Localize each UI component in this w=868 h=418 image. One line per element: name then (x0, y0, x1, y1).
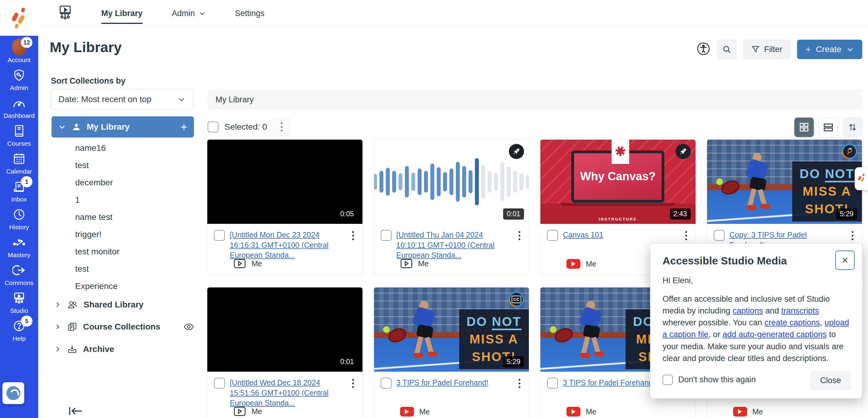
chevron-down-icon (177, 95, 186, 104)
media-menu-button[interactable] (517, 378, 522, 389)
sidebar-item-dashboard[interactable]: Dashboard (0, 94, 38, 122)
kebab-icon (281, 122, 282, 131)
search-button[interactable] (717, 40, 737, 59)
captions-link[interactable]: captions (733, 306, 763, 315)
media-title-link[interactable]: 3 TIPS for Padel Forehand! (396, 378, 489, 388)
eye-icon[interactable] (184, 323, 194, 331)
media-card: DO NOT MISS A SHOT! CC 5:29 3 TIPS for P… (374, 287, 529, 418)
chevron-right-icon[interactable] (54, 346, 61, 353)
media-checkbox[interactable] (547, 230, 558, 241)
modal-text: , (820, 318, 824, 327)
media-title-link[interactable]: Canvas 101 (563, 230, 603, 240)
video-thumbnail-black[interactable]: 0:05 (207, 140, 363, 224)
video-thumbnail-padel[interactable]: DO NOT MISS A SHOT! 5:29 (707, 140, 862, 224)
tree-item[interactable]: test (75, 260, 119, 278)
media-title-link[interactable]: [Untitled Thu Jan 04 2024 10:10:11 GMT+0… (396, 230, 502, 260)
sidebar-item-commons[interactable]: Commons (0, 261, 38, 289)
youtube-icon (566, 259, 580, 269)
studio-edge-tab[interactable] (855, 167, 868, 190)
chevron-right-icon[interactable] (54, 301, 61, 308)
sidebar-item-studio[interactable]: Studio (0, 289, 38, 317)
media-title-link[interactable]: [Untitled Wed Dec 18 2024 15:51:56 GMT+0… (230, 378, 336, 408)
create-button[interactable]: + Create (797, 40, 862, 59)
add-collection-button[interactable]: + (181, 121, 187, 133)
media-checkbox[interactable] (214, 378, 225, 389)
support-widget[interactable] (2, 382, 24, 404)
header-actions: Filter + Create (696, 40, 862, 59)
tree-item[interactable]: test monitor (75, 243, 119, 260)
sidebar-item-account[interactable]: 12 Account (0, 38, 38, 66)
media-checkbox[interactable] (381, 378, 392, 389)
filter-icon (751, 45, 760, 54)
media-checkbox[interactable] (214, 230, 225, 241)
kebab-icon (519, 231, 520, 240)
media-footer: Me (234, 406, 262, 417)
filter-button[interactable]: Filter (743, 40, 790, 59)
tree-group-archive[interactable]: Archive (54, 341, 194, 358)
dont-show-again-checkbox[interactable] (662, 375, 673, 385)
sidebar-item-inbox[interactable]: 1 Inbox (0, 178, 38, 205)
bulk-actions-menu-button[interactable] (273, 118, 290, 136)
media-footer: Me (566, 407, 596, 417)
tree-item[interactable]: trigger! (75, 226, 119, 243)
tree-item[interactable]: december (75, 174, 119, 191)
media-title-link[interactable]: 3 TIPS for Padel Forehand! (563, 378, 655, 388)
list-view-button[interactable] (818, 118, 838, 137)
sort-order-button[interactable] (843, 118, 862, 137)
tree-item[interactable]: test (75, 157, 119, 174)
close-icon (841, 256, 849, 264)
tab-admin[interactable]: Admin (172, 0, 206, 27)
user-icon (71, 122, 81, 132)
chevron-down-icon[interactable] (58, 123, 66, 131)
accessibility-icon[interactable] (696, 42, 710, 57)
grid-view-icon (799, 122, 809, 132)
media-menu-button[interactable] (683, 230, 689, 242)
media-checkbox[interactable] (547, 378, 558, 389)
tree-item[interactable]: name16 (75, 139, 119, 157)
media-menu-button[interactable] (350, 378, 356, 389)
sidebar-item-courses[interactable]: Courses (0, 122, 38, 150)
media-checkbox[interactable] (381, 230, 392, 241)
tree-item[interactable]: 1 (75, 191, 119, 208)
sidebar-item-history[interactable]: History (0, 205, 38, 233)
tree-group-label: Archive (83, 344, 114, 354)
chevron-right-icon[interactable] (54, 323, 61, 330)
sidebar-item-calendar[interactable]: Calendar (0, 150, 38, 178)
audio-thumbnail-waveform[interactable]: 0:01 (374, 140, 529, 224)
media-menu-button[interactable] (850, 230, 855, 242)
top-nav-tabs: My Library Admin Settings (101, 0, 265, 27)
collapse-panel-button[interactable] (67, 406, 84, 417)
modal-close-button[interactable]: Close (811, 371, 850, 390)
video-thumbnail-black[interactable]: 0:01 (207, 287, 363, 372)
video-thumbnail-why-canvas[interactable]: Why Canvas? INSTRUCTURE 2:43 (540, 140, 695, 224)
kebab-icon (851, 231, 854, 240)
calendar-icon (12, 152, 26, 165)
sidebar-item-mastery[interactable]: Mastery (0, 233, 38, 261)
rocket-badge (509, 144, 524, 159)
tree-item[interactable]: name test (75, 208, 119, 226)
select-all-checkbox[interactable] (208, 122, 218, 132)
grid-view-button[interactable] (794, 118, 814, 137)
media-title-link[interactable]: [Untitled Mon Dec 23 2024 16:16:31 GMT+0… (230, 230, 336, 260)
tree-item-my-library[interactable]: My Library + (52, 116, 194, 137)
tree-group-course-collections[interactable]: Course Collections (54, 318, 194, 335)
sidebar-item-help[interactable]: 5 Help (0, 317, 38, 345)
tab-settings[interactable]: Settings (235, 0, 265, 27)
media-menu-button[interactable] (350, 230, 356, 242)
auto-generated-captions-link[interactable]: add auto-generated captions (722, 330, 827, 339)
tree-item[interactable]: Experience (75, 278, 119, 295)
media-footer: Me (733, 407, 763, 417)
sidebar-item-admin[interactable]: Admin (0, 66, 38, 94)
media-checkbox[interactable] (714, 230, 725, 241)
kebab-icon (519, 379, 520, 388)
transcripts-link[interactable]: transcripts (781, 306, 819, 315)
sort-collections-select[interactable]: Date: Most recent on top (51, 89, 193, 110)
studio-source-icon (400, 258, 413, 269)
tab-my-library[interactable]: My Library (101, 0, 143, 27)
modal-close-x-button[interactable] (835, 251, 855, 270)
video-thumbnail-padel[interactable]: DO NOT MISS A SHOT! CC 5:29 (374, 287, 529, 372)
studio-logo[interactable] (0, 0, 38, 36)
tree-group-shared-library[interactable]: Shared Library (54, 296, 194, 314)
media-menu-button[interactable] (517, 230, 522, 242)
create-captions-link[interactable]: create captions (764, 318, 820, 327)
